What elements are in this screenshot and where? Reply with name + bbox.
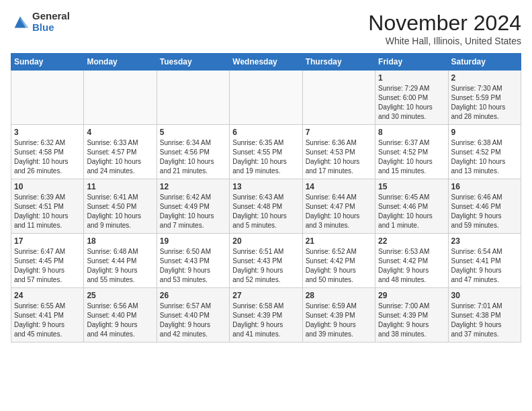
weekday-header: Friday <box>375 54 448 71</box>
day-info: Sunrise: 6:56 AM Sunset: 4:40 PM Dayligh… <box>87 302 153 339</box>
calendar-cell <box>11 71 84 125</box>
calendar-cell: 18Sunrise: 6:48 AM Sunset: 4:44 PM Dayli… <box>84 234 157 288</box>
day-info: Sunrise: 6:39 AM Sunset: 4:51 PM Dayligh… <box>14 193 81 230</box>
day-number: 8 <box>378 128 445 137</box>
day-info: Sunrise: 6:41 AM Sunset: 4:50 PM Dayligh… <box>87 193 153 230</box>
day-number: 30 <box>451 291 518 300</box>
calendar-cell: 21Sunrise: 6:52 AM Sunset: 4:42 PM Dayli… <box>302 234 375 288</box>
day-info: Sunrise: 6:33 AM Sunset: 4:57 PM Dayligh… <box>87 138 153 176</box>
day-info: Sunrise: 6:51 AM Sunset: 4:43 PM Dayligh… <box>232 247 299 285</box>
logo-text: General Blue <box>32 11 70 33</box>
calendar-cell: 29Sunrise: 7:00 AM Sunset: 4:39 PM Dayli… <box>375 288 448 342</box>
weekday-header: Saturday <box>448 54 521 71</box>
day-info: Sunrise: 7:29 AM Sunset: 6:00 PM Dayligh… <box>378 84 445 122</box>
calendar-cell: 3Sunrise: 6:32 AM Sunset: 4:58 PM Daylig… <box>11 125 84 179</box>
day-number: 10 <box>14 182 81 191</box>
day-number: 9 <box>451 128 518 137</box>
calendar-cell <box>302 71 375 125</box>
day-number: 27 <box>232 291 299 300</box>
day-info: Sunrise: 6:44 AM Sunset: 4:47 PM Dayligh… <box>306 193 372 230</box>
calendar-cell: 14Sunrise: 6:44 AM Sunset: 4:47 PM Dayli… <box>302 179 375 234</box>
weekday-header: Wednesday <box>230 54 302 71</box>
location: White Hall, Illinois, United States <box>368 36 521 46</box>
day-number: 5 <box>160 128 226 137</box>
day-number: 7 <box>306 128 372 137</box>
calendar-cell: 27Sunrise: 6:58 AM Sunset: 4:39 PM Dayli… <box>230 288 302 342</box>
calendar-body: 1Sunrise: 7:29 AM Sunset: 6:00 PM Daylig… <box>11 71 521 342</box>
day-info: Sunrise: 7:01 AM Sunset: 4:38 PM Dayligh… <box>451 302 518 339</box>
calendar-cell <box>157 71 229 125</box>
title-block: November 2024 White Hall, Illinois, Unit… <box>368 11 521 46</box>
calendar-cell: 10Sunrise: 6:39 AM Sunset: 4:51 PM Dayli… <box>11 179 84 234</box>
day-number: 22 <box>378 236 445 246</box>
day-number: 26 <box>160 291 226 300</box>
calendar-week-row: 3Sunrise: 6:32 AM Sunset: 4:58 PM Daylig… <box>11 125 521 179</box>
day-info: Sunrise: 6:52 AM Sunset: 4:42 PM Dayligh… <box>306 247 372 285</box>
calendar-cell: 24Sunrise: 6:55 AM Sunset: 4:41 PM Dayli… <box>11 288 84 342</box>
day-number: 12 <box>160 182 226 191</box>
calendar-week-row: 17Sunrise: 6:47 AM Sunset: 4:45 PM Dayli… <box>11 234 521 288</box>
day-number: 25 <box>87 291 153 300</box>
day-info: Sunrise: 6:55 AM Sunset: 4:41 PM Dayligh… <box>14 302 81 339</box>
calendar-cell: 25Sunrise: 6:56 AM Sunset: 4:40 PM Dayli… <box>84 288 157 342</box>
calendar-cell: 28Sunrise: 6:59 AM Sunset: 4:39 PM Dayli… <box>302 288 375 342</box>
calendar-week-row: 1Sunrise: 7:29 AM Sunset: 6:00 PM Daylig… <box>11 71 521 125</box>
calendar-cell: 4Sunrise: 6:33 AM Sunset: 4:57 PM Daylig… <box>84 125 157 179</box>
day-number: 21 <box>306 236 372 246</box>
calendar-cell: 11Sunrise: 6:41 AM Sunset: 4:50 PM Dayli… <box>84 179 157 234</box>
day-info: Sunrise: 6:35 AM Sunset: 4:55 PM Dayligh… <box>232 138 299 176</box>
calendar-cell: 1Sunrise: 7:29 AM Sunset: 6:00 PM Daylig… <box>375 71 448 125</box>
calendar-cell: 19Sunrise: 6:50 AM Sunset: 4:43 PM Dayli… <box>157 234 229 288</box>
day-info: Sunrise: 6:43 AM Sunset: 4:48 PM Dayligh… <box>232 193 299 230</box>
day-number: 15 <box>378 182 445 191</box>
logo-icon <box>11 13 30 32</box>
day-number: 4 <box>87 128 153 137</box>
calendar-cell <box>230 71 302 125</box>
calendar-cell: 8Sunrise: 6:37 AM Sunset: 4:52 PM Daylig… <box>375 125 448 179</box>
day-number: 1 <box>378 73 445 83</box>
logo-blue: Blue <box>32 22 70 34</box>
day-number: 28 <box>306 291 372 300</box>
calendar-cell: 26Sunrise: 6:57 AM Sunset: 4:40 PM Dayli… <box>157 288 229 342</box>
calendar-cell: 2Sunrise: 7:30 AM Sunset: 5:59 PM Daylig… <box>448 71 521 125</box>
page-header: General Blue November 2024 White Hall, I… <box>11 11 521 46</box>
weekday-header: Sunday <box>11 54 84 71</box>
day-info: Sunrise: 6:47 AM Sunset: 4:45 PM Dayligh… <box>14 247 81 285</box>
day-number: 16 <box>451 182 518 191</box>
day-number: 11 <box>87 182 153 191</box>
calendar-cell: 20Sunrise: 6:51 AM Sunset: 4:43 PM Dayli… <box>230 234 302 288</box>
day-info: Sunrise: 6:32 AM Sunset: 4:58 PM Dayligh… <box>14 138 81 176</box>
day-info: Sunrise: 7:00 AM Sunset: 4:39 PM Dayligh… <box>378 302 445 339</box>
day-info: Sunrise: 6:48 AM Sunset: 4:44 PM Dayligh… <box>87 247 153 285</box>
calendar-cell: 17Sunrise: 6:47 AM Sunset: 4:45 PM Dayli… <box>11 234 84 288</box>
calendar-cell: 6Sunrise: 6:35 AM Sunset: 4:55 PM Daylig… <box>230 125 302 179</box>
day-number: 6 <box>232 128 299 137</box>
calendar-cell: 7Sunrise: 6:36 AM Sunset: 4:53 PM Daylig… <box>302 125 375 179</box>
calendar-week-row: 10Sunrise: 6:39 AM Sunset: 4:51 PM Dayli… <box>11 179 521 234</box>
calendar-week-row: 24Sunrise: 6:55 AM Sunset: 4:41 PM Dayli… <box>11 288 521 342</box>
header-row: SundayMondayTuesdayWednesdayThursdayFrid… <box>11 54 521 71</box>
calendar-cell: 22Sunrise: 6:53 AM Sunset: 4:42 PM Dayli… <box>375 234 448 288</box>
day-info: Sunrise: 6:50 AM Sunset: 4:43 PM Dayligh… <box>160 247 226 285</box>
calendar-cell <box>84 71 157 125</box>
calendar-cell: 30Sunrise: 7:01 AM Sunset: 4:38 PM Dayli… <box>448 288 521 342</box>
day-info: Sunrise: 7:30 AM Sunset: 5:59 PM Dayligh… <box>451 84 518 122</box>
calendar-cell: 5Sunrise: 6:34 AM Sunset: 4:56 PM Daylig… <box>157 125 229 179</box>
day-info: Sunrise: 6:59 AM Sunset: 4:39 PM Dayligh… <box>306 302 372 339</box>
day-info: Sunrise: 6:53 AM Sunset: 4:42 PM Dayligh… <box>378 247 445 285</box>
calendar-cell: 16Sunrise: 6:46 AM Sunset: 4:46 PM Dayli… <box>448 179 521 234</box>
calendar-header: SundayMondayTuesdayWednesdayThursdayFrid… <box>11 54 521 71</box>
day-number: 20 <box>232 236 299 246</box>
calendar-cell: 15Sunrise: 6:45 AM Sunset: 4:46 PM Dayli… <box>375 179 448 234</box>
day-info: Sunrise: 6:36 AM Sunset: 4:53 PM Dayligh… <box>306 138 372 176</box>
day-info: Sunrise: 6:38 AM Sunset: 4:52 PM Dayligh… <box>451 138 518 176</box>
day-number: 29 <box>378 291 445 300</box>
day-info: Sunrise: 6:57 AM Sunset: 4:40 PM Dayligh… <box>160 302 226 339</box>
weekday-header: Tuesday <box>157 54 229 71</box>
day-number: 19 <box>160 236 226 246</box>
day-number: 18 <box>87 236 153 246</box>
logo-general: General <box>32 11 70 22</box>
day-info: Sunrise: 6:37 AM Sunset: 4:52 PM Dayligh… <box>378 138 445 176</box>
day-number: 14 <box>306 182 372 191</box>
day-info: Sunrise: 6:34 AM Sunset: 4:56 PM Dayligh… <box>160 138 226 176</box>
